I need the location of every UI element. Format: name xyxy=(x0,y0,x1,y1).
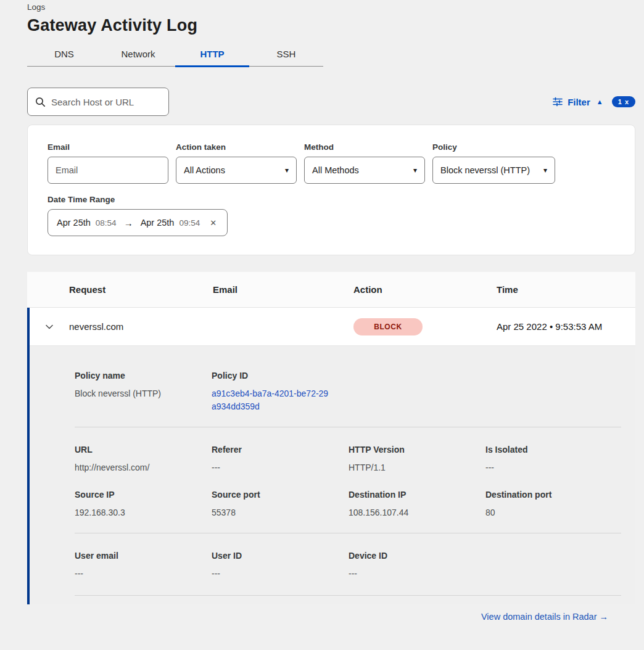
arrow-right-icon: → xyxy=(124,218,133,228)
chevron-down-icon: ▾ xyxy=(285,166,289,175)
end-time[interactable]: 09:54 xyxy=(179,218,200,228)
filter-toggle-button[interactable]: Filter xyxy=(568,97,590,107)
destination-ip-value: 108.156.107.44 xyxy=(349,506,476,519)
breadcrumb[interactable]: Logs xyxy=(27,2,635,12)
page-title: Gateway Activity Log xyxy=(27,16,635,35)
referer-label: Referer xyxy=(212,445,339,455)
column-header-time: Time xyxy=(497,284,635,295)
table-row[interactable]: neverssl.com BLOCK Apr 25 2022 • 9:53:53… xyxy=(30,308,635,346)
section-divider xyxy=(75,533,621,533)
gateway-activity-log-page: Logs Gateway Activity Log DNS Network HT… xyxy=(0,0,644,604)
http-version-value: HTTP/1.1 xyxy=(349,461,476,474)
policy-value: Block neverssl (HTTP) xyxy=(440,165,530,175)
column-header-request: Request xyxy=(69,284,213,295)
chevron-down-icon: ▾ xyxy=(543,166,547,175)
action-taken-field: Action taken All Actions ▾ xyxy=(176,142,297,184)
policy-name-value: Block neverssl (HTTP) xyxy=(75,387,202,400)
tab-http[interactable]: HTTP xyxy=(175,41,249,66)
expanded-row-group: neverssl.com BLOCK Apr 25 2022 • 9:53:53… xyxy=(27,308,635,604)
device-id-value: --- xyxy=(349,567,476,580)
start-time[interactable]: 08:54 xyxy=(96,218,117,228)
method-field: Method All Methods ▾ xyxy=(304,142,425,184)
search-input[interactable] xyxy=(51,97,156,107)
toolbar: Filter ▲ 1 x xyxy=(27,88,635,116)
search-icon xyxy=(35,97,46,107)
destination-port-label: Destination port xyxy=(485,490,613,500)
tab-ssh[interactable]: SSH xyxy=(249,41,323,66)
column-header-email: Email xyxy=(213,284,353,295)
filter-count-badge[interactable]: 1 x xyxy=(612,96,635,107)
action-block-badge: BLOCK xyxy=(353,318,423,335)
policy-id-label: Policy ID xyxy=(212,371,339,381)
http-version-label: HTTP Version xyxy=(349,445,476,455)
chevron-down-icon: ▾ xyxy=(413,166,417,175)
date-range-picker[interactable]: Apr 25th 08:54 → Apr 25th 09:54 ✕ xyxy=(47,209,228,236)
filter-sliders-icon xyxy=(553,97,563,107)
policy-id-link[interactable]: a91c3eb4-ba7a-4201-be72-29a934dd359d xyxy=(212,387,329,413)
filter-controls: Filter ▲ 1 x xyxy=(553,96,635,107)
log-type-tabs: DNS Network HTTP SSH xyxy=(27,41,323,67)
tab-dns[interactable]: DNS xyxy=(27,41,101,66)
email-filter-field: Email xyxy=(47,142,168,184)
email-filter-label: Email xyxy=(47,142,168,152)
tab-network[interactable]: Network xyxy=(101,41,175,66)
is-isolated-value: --- xyxy=(485,461,613,474)
is-isolated-label: Is Isolated xyxy=(485,445,613,455)
user-id-value: --- xyxy=(212,567,339,580)
search-box[interactable] xyxy=(27,88,169,116)
chevron-down-icon[interactable] xyxy=(30,322,69,332)
policy-select[interactable]: Block neverssl (HTTP) ▾ xyxy=(432,157,555,184)
source-port-value: 55378 xyxy=(212,506,339,519)
action-taken-select[interactable]: All Actions ▾ xyxy=(176,157,297,184)
source-ip-label: Source IP xyxy=(75,490,202,500)
method-value: All Methods xyxy=(312,165,359,175)
row-detail-panel: Policy name Block neverssl (HTTP) Policy… xyxy=(30,346,635,604)
policy-field: Policy Block neverssl (HTTP) ▾ xyxy=(432,142,555,184)
email-filter-input[interactable] xyxy=(47,157,168,184)
destination-port-value: 80 xyxy=(485,506,613,519)
row-request: neverssl.com xyxy=(69,321,213,332)
user-id-label: User ID xyxy=(212,551,339,561)
source-ip-value: 192.168.30.3 xyxy=(75,506,202,519)
filter-panel: Email Action taken All Actions ▾ Method … xyxy=(27,125,635,255)
destination-ip-label: Destination IP xyxy=(349,490,476,500)
method-select[interactable]: All Methods ▾ xyxy=(304,157,425,184)
chevron-up-icon[interactable]: ▲ xyxy=(597,98,603,105)
table-header-row: Request Email Action Time xyxy=(27,272,635,308)
url-label: URL xyxy=(75,445,202,455)
activity-log-table: Request Email Action Time neverssl.com B… xyxy=(27,272,635,604)
referer-value: --- xyxy=(212,461,339,474)
policy-label: Policy xyxy=(432,142,555,152)
end-date[interactable]: Apr 25th xyxy=(141,218,175,228)
device-id-label: Device ID xyxy=(349,551,476,561)
user-email-value: --- xyxy=(75,567,202,580)
start-date[interactable]: Apr 25th xyxy=(57,218,91,228)
url-value: http://neverssl.com/ xyxy=(75,461,202,474)
action-taken-label: Action taken xyxy=(176,142,297,152)
user-email-label: User email xyxy=(75,551,202,561)
close-icon[interactable]: ✕ xyxy=(210,218,217,228)
source-port-label: Source port xyxy=(212,490,339,500)
date-time-range-field: Date Time Range Apr 25th 08:54 → Apr 25t… xyxy=(47,195,615,236)
section-divider xyxy=(75,427,621,427)
view-domain-details-radar-link[interactable]: View domain details in Radar → xyxy=(481,612,608,622)
method-label: Method xyxy=(304,142,425,152)
date-time-range-label: Date Time Range xyxy=(47,195,615,204)
row-time: Apr 25 2022 • 9:53:53 AM xyxy=(497,321,635,332)
action-taken-value: All Actions xyxy=(184,165,225,175)
column-header-action: Action xyxy=(353,284,497,295)
policy-name-label: Policy name xyxy=(75,371,202,381)
